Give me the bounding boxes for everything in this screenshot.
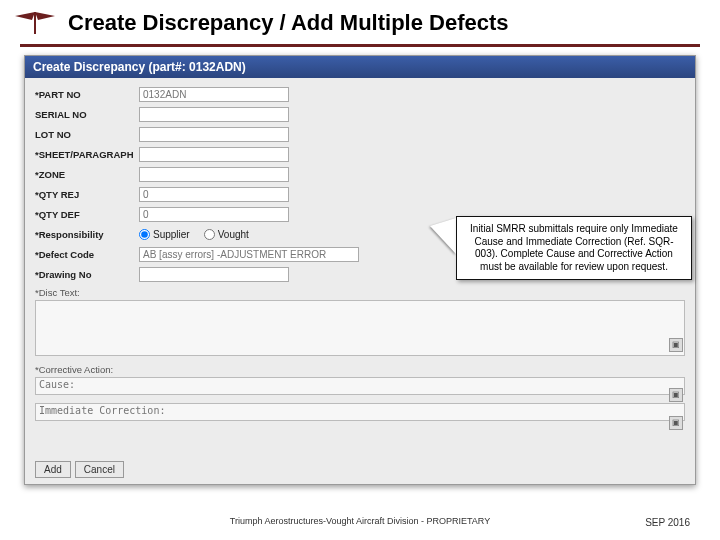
label-defectcode: *Defect Code xyxy=(35,249,139,260)
logo-icon xyxy=(10,8,60,38)
input-zone[interactable] xyxy=(139,167,289,182)
input-sheet[interactable] xyxy=(139,147,289,162)
footer-center: Triumph Aerostructures-Vought Aircraft D… xyxy=(0,516,720,526)
slide-header: Create Discrepancy / Add Multiple Defect… xyxy=(0,0,720,38)
textarea-immediate[interactable] xyxy=(35,403,685,421)
callout-box: Initial SMRR submittals require only Imm… xyxy=(456,216,692,280)
radio-supplier-label[interactable]: Supplier xyxy=(139,229,190,240)
label-corrective: *Corrective Action: xyxy=(35,364,685,375)
radio-vought-text: Vought xyxy=(218,229,249,240)
label-disctext: *Disc Text: xyxy=(35,287,685,298)
footer-right: SEP 2016 xyxy=(645,517,690,528)
add-button[interactable]: Add xyxy=(35,461,71,478)
row-zone: *ZONE xyxy=(35,166,685,183)
input-drawingno[interactable] xyxy=(139,267,289,282)
input-serialno[interactable] xyxy=(139,107,289,122)
radio-supplier-text: Supplier xyxy=(153,229,190,240)
cancel-button[interactable]: Cancel xyxy=(75,461,124,478)
input-qtyrej[interactable] xyxy=(139,187,289,202)
label-responsibility: *Responsibility xyxy=(35,229,139,240)
button-row: Add Cancel xyxy=(35,461,124,478)
input-qtydef[interactable] xyxy=(139,207,289,222)
scroll-handle-icon-3[interactable]: ▣ xyxy=(669,416,683,430)
row-lotno: LOT NO xyxy=(35,126,685,143)
scroll-handle-icon-2[interactable]: ▣ xyxy=(669,388,683,402)
label-serialno: SERIAL NO xyxy=(35,109,139,120)
textarea-cause[interactable] xyxy=(35,377,685,395)
label-lotno: LOT NO xyxy=(35,129,139,140)
input-defectcode[interactable] xyxy=(139,247,359,262)
radio-vought-label[interactable]: Vought xyxy=(204,229,249,240)
radio-supplier[interactable] xyxy=(139,229,150,240)
header-rule xyxy=(20,44,700,47)
row-partno: *PART NO xyxy=(35,86,685,103)
label-qtydef: *QTY DEF xyxy=(35,209,139,220)
radio-vought[interactable] xyxy=(204,229,215,240)
input-partno[interactable] xyxy=(139,87,289,102)
input-lotno[interactable] xyxy=(139,127,289,142)
label-drawingno: *Drawing No xyxy=(35,269,139,280)
window-titlebar: Create Discrepancy (part#: 0132ADN) xyxy=(25,56,695,78)
row-qtyrej: *QTY REJ xyxy=(35,186,685,203)
textarea-disctext[interactable] xyxy=(35,300,685,356)
label-partno: *PART NO xyxy=(35,89,139,100)
label-qtyrej: *QTY REJ xyxy=(35,189,139,200)
page-title: Create Discrepancy / Add Multiple Defect… xyxy=(68,10,509,36)
scroll-handle-icon[interactable]: ▣ xyxy=(669,338,683,352)
svg-rect-0 xyxy=(34,12,36,34)
label-sheet: *SHEET/PARAGRAPH xyxy=(35,149,139,160)
callout-text: Initial SMRR submittals require only Imm… xyxy=(470,223,678,272)
row-sheet: *SHEET/PARAGRAPH xyxy=(35,146,685,163)
row-serialno: SERIAL NO xyxy=(35,106,685,123)
callout-tail-icon xyxy=(430,218,456,254)
responsibility-radios: Supplier Vought xyxy=(139,229,249,240)
label-zone: *ZONE xyxy=(35,169,139,180)
